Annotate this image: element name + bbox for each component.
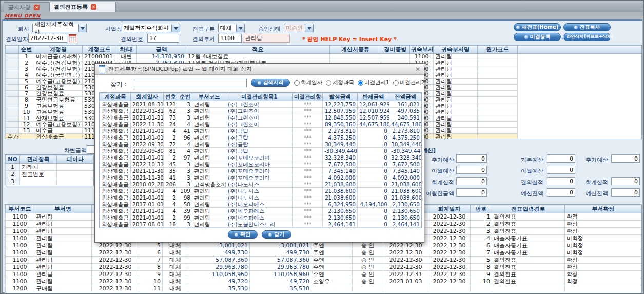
cell[interactable]: 12,507,959	[358, 114, 389, 121]
cell[interactable]: 3	[178, 108, 192, 114]
cell[interactable]: 2,130,650	[389, 208, 422, 214]
cell[interactable]: 6	[139, 249, 163, 257]
cell[interactable]: (주)그린조이	[226, 108, 293, 114]
cell[interactable]: 2022-12-30	[92, 278, 139, 285]
cell[interactable]: 관리팀	[34, 221, 92, 228]
cell[interactable]: 49,720	[250, 278, 311, 285]
cell[interactable]	[471, 285, 492, 292]
cell[interactable]: 72	[164, 141, 178, 148]
date-input[interactable]	[28, 34, 67, 43]
calendar-icon[interactable]	[69, 34, 76, 42]
cell[interactable]	[6, 122, 19, 128]
cell[interactable]: 29,963,780	[250, 264, 311, 271]
cell[interactable]: 8	[139, 264, 163, 271]
cell[interactable]: (주)꼬메요코리아	[226, 154, 293, 161]
cell[interactable]: 미확정	[565, 242, 642, 249]
table-row[interactable]: 외상매출금2021-08-311213관리팀(주)그린조이***12,223,7…	[100, 101, 422, 108]
cell[interactable]: 2022-12-30	[428, 228, 471, 235]
table-row[interactable]: 1100관리팀2022-12-305대체-3,001,021-3,001,021…	[6, 242, 642, 249]
cell[interactable]: ***	[293, 174, 323, 181]
table-row[interactable]: 외상매출금2021-01-014109관리팀(주)나노시스***21,038,6…	[100, 188, 422, 194]
cell[interactable]: ***	[293, 188, 323, 194]
cell[interactable]: 결의전표	[492, 213, 565, 221]
cell[interactable]: 관리팀	[192, 168, 226, 174]
cell[interactable]: 24	[164, 121, 178, 128]
cell[interactable]: 건강보험료	[34, 85, 83, 91]
cell[interactable]: 4	[164, 201, 178, 208]
cell[interactable]: 2021-01-01	[131, 208, 164, 214]
cell[interactable]: 승 인	[353, 264, 383, 271]
cell[interactable]: 2	[164, 194, 178, 201]
dropdown-arrow-icon[interactable]	[305, 24, 313, 32]
cell[interactable]	[478, 109, 518, 115]
cell[interactable]: (주)노블인더스트리	[226, 221, 293, 228]
cell[interactable]	[6, 79, 19, 85]
cell[interactable]: 관리팀	[434, 115, 478, 122]
cell[interactable]: 외상매출금	[100, 181, 131, 188]
cell[interactable]: 관리팀	[434, 109, 478, 115]
cell[interactable]: 7,345,140	[323, 168, 358, 174]
cell[interactable]: 32,328,340	[389, 154, 422, 161]
table-row[interactable]: 외상매출금2021-01-01439관리팀(주)네오피에스***2,130,65…	[100, 208, 422, 214]
cell[interactable]: 6	[19, 85, 34, 91]
cell[interactable]: 1100	[6, 242, 34, 249]
cell[interactable]	[6, 115, 19, 122]
cell[interactable]: 대체	[163, 264, 188, 271]
table-row[interactable]: 외상매출금2021-11-30413관리팀(주)꼬메요코리아***4,092,0…	[100, 174, 422, 181]
cell[interactable]: (주)꼬메요코리아	[226, 161, 293, 168]
cell[interactable]: 외상매출금	[100, 101, 131, 108]
cell[interactable]: 2022-12-30	[92, 257, 139, 264]
cell[interactable]: 주엔	[311, 264, 353, 271]
cell[interactable]: 국민연금보험료	[34, 97, 83, 103]
cell[interactable]: 57,087,360	[250, 257, 311, 264]
cell[interactable]: 2022-12-30	[428, 249, 471, 257]
cell[interactable]	[6, 60, 19, 66]
cell[interactable]: 승 인	[353, 242, 383, 249]
cell[interactable]: -499,730	[188, 249, 250, 257]
cell[interactable]: ***	[293, 121, 323, 128]
cell[interactable]	[478, 115, 518, 122]
cell[interactable]: 주엔	[311, 249, 353, 257]
cell[interactable]: 확정	[565, 271, 642, 278]
cell[interactable]: 1100	[6, 213, 34, 221]
cell[interactable]: 2022-11-30	[131, 121, 164, 128]
dropdown-arrow-icon[interactable]	[236, 24, 244, 32]
cell[interactable]: 매출자동기표	[492, 242, 565, 249]
cell[interactable]: 12,507,959	[323, 108, 358, 114]
cell[interactable]: 확정	[565, 264, 642, 271]
cell[interactable]: 1100	[6, 257, 34, 264]
cell[interactable]: 대체	[163, 278, 188, 285]
cell[interactable]: 외상매출금	[100, 168, 131, 174]
cell[interactable]: 0	[358, 134, 389, 141]
cell[interactable]	[6, 54, 19, 60]
new-voucher-button[interactable]: 새전표(Home)	[514, 23, 561, 31]
cell[interactable]: 관리팀	[34, 235, 92, 242]
cell[interactable]: 0	[358, 208, 389, 214]
cell[interactable]: 2022-09-30	[131, 141, 164, 148]
cell[interactable]: 관리팀	[192, 174, 226, 181]
cell[interactable]: 5	[139, 242, 163, 249]
cell[interactable]: ***	[293, 134, 323, 141]
cell[interactable]: 57,087,360	[188, 257, 250, 264]
cell[interactable]: 0	[358, 148, 389, 154]
site-select[interactable]: 제일저지주식회사	[122, 24, 180, 32]
cell[interactable]: 관리팀	[192, 208, 226, 214]
cell[interactable]: 외상매출금	[100, 121, 131, 128]
cell[interactable]: 39	[178, 208, 192, 214]
cell[interactable]: 1100	[6, 228, 34, 235]
cell[interactable]: 결의전표	[492, 228, 565, 235]
cell[interactable]: 1100	[6, 221, 34, 228]
cell[interactable]: 매출자동기표	[492, 235, 565, 242]
cell[interactable]: 결의전표	[492, 257, 565, 264]
cell[interactable]: 관리팀	[192, 201, 226, 208]
cell[interactable]: 승 인	[353, 249, 383, 257]
popup-grid[interactable]: 계정과목회계일자번호순번부서코드미결관리항목1미결관리항목2발생금액반제금액잔액…	[100, 93, 422, 228]
cell[interactable]: (주)금탑	[226, 128, 293, 134]
cell[interactable]: 98	[178, 194, 192, 201]
cell[interactable]: 관리팀	[434, 72, 478, 79]
cell[interactable]	[57, 164, 94, 171]
table-row[interactable]: 1미지급금(거래처)21000301대변14,378,95012월 4대보험료1…	[6, 54, 642, 60]
table-row[interactable]: 외상매출금2021-01-01298관리팀(주)나노시스***21,038,60…	[100, 194, 422, 201]
cell[interactable]: 21,038,600	[323, 181, 358, 188]
pending-register-button[interactable]: 미결등록	[514, 33, 561, 41]
